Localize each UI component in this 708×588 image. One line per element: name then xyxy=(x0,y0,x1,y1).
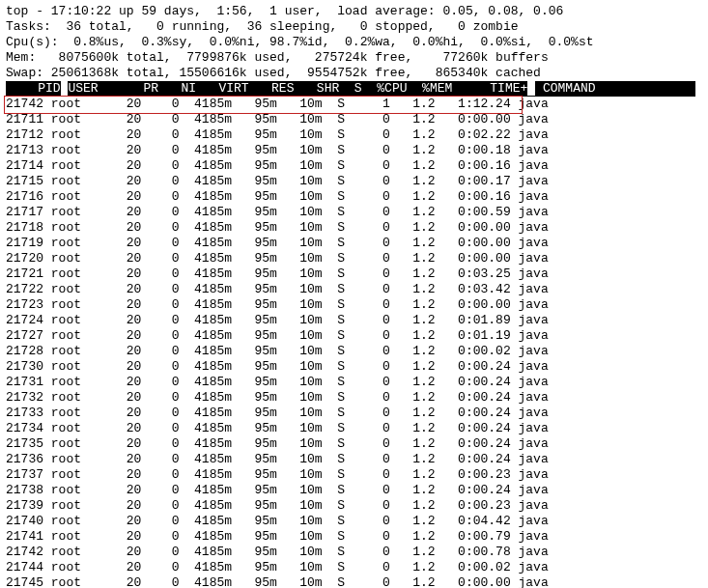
table-row: 21742 root 20 0 4185m 95m 10m S 1 1.2 1:… xyxy=(6,97,702,112)
table-row: 21736 root 20 0 4185m 95m 10m S 0 1.2 0:… xyxy=(6,452,702,467)
table-row: 21728 root 20 0 4185m 95m 10m S 0 1.2 0:… xyxy=(6,344,702,359)
table-row: 21712 root 20 0 4185m 95m 10m S 0 1.2 0:… xyxy=(6,127,702,143)
table-row: 21741 root 20 0 4185m 95m 10m S 0 1.2 0:… xyxy=(6,529,702,545)
table-row: 21717 root 20 0 4185m 95m 10m S 0 1.2 0:… xyxy=(6,205,702,220)
table-row: 21740 root 20 0 4185m 95m 10m S 0 1.2 0:… xyxy=(6,514,702,529)
table-row: 21735 root 20 0 4185m 95m 10m S 0 1.2 0:… xyxy=(6,436,702,452)
table-row: 21716 root 20 0 4185m 95m 10m S 0 1.2 0:… xyxy=(6,189,702,205)
table-row: 21737 root 20 0 4185m 95m 10m S 0 1.2 0:… xyxy=(6,467,702,483)
table-row: 21713 root 20 0 4185m 95m 10m S 0 1.2 0:… xyxy=(6,143,702,158)
table-row: 21723 root 20 0 4185m 95m 10m S 0 1.2 0:… xyxy=(6,297,702,313)
process-table: PID USER PR NI VIRT RES SHR S %CPU %MEM … xyxy=(6,81,702,588)
terminal-output: top - 17:10:22 up 59 days, 1:56, 1 user,… xyxy=(0,0,708,588)
top-summary: top - 17:10:22 up 59 days, 1:56, 1 user,… xyxy=(6,4,702,81)
table-row: 21739 root 20 0 4185m 95m 10m S 0 1.2 0:… xyxy=(6,498,702,514)
table-row: 21730 root 20 0 4185m 95m 10m S 0 1.2 0:… xyxy=(6,359,702,375)
table-row: 21732 root 20 0 4185m 95m 10m S 0 1.2 0:… xyxy=(6,390,702,406)
table-row: 21720 root 20 0 4185m 95m 10m S 0 1.2 0:… xyxy=(6,251,702,266)
summary-line-3: Cpu(s): 0.8%us, 0.3%sy, 0.0%ni, 98.7%id,… xyxy=(6,35,594,49)
table-row: 21731 root 20 0 4185m 95m 10m S 0 1.2 0:… xyxy=(6,375,702,390)
table-row: 21738 root 20 0 4185m 95m 10m S 0 1.2 0:… xyxy=(6,483,702,498)
table-row: 21724 root 20 0 4185m 95m 10m S 0 1.2 0:… xyxy=(6,313,702,328)
table-row: 21727 root 20 0 4185m 95m 10m S 0 1.2 0:… xyxy=(6,328,702,344)
table-row: 21742 root 20 0 4185m 95m 10m S 0 1.2 0:… xyxy=(6,545,702,560)
table-row: 21722 root 20 0 4185m 95m 10m S 0 1.2 0:… xyxy=(6,282,702,297)
table-row: 21718 root 20 0 4185m 95m 10m S 0 1.2 0:… xyxy=(6,220,702,236)
table-row: 21714 root 20 0 4185m 95m 10m S 0 1.2 0:… xyxy=(6,158,702,174)
table-row: 21744 root 20 0 4185m 95m 10m S 0 1.2 0:… xyxy=(6,560,702,575)
summary-line-2: Tasks: 36 total, 0 running, 36 sleeping,… xyxy=(6,19,519,34)
table-row: 21745 root 20 0 4185m 95m 10m S 0 1.2 0:… xyxy=(6,575,702,588)
table-row: 21711 root 20 0 4185m 95m 10m S 0 1.2 0:… xyxy=(6,112,702,127)
table-header: PID USER PR NI VIRT RES SHR S %CPU %MEM … xyxy=(6,81,695,97)
table-row: 21733 root 20 0 4185m 95m 10m S 0 1.2 0:… xyxy=(6,406,702,421)
table-row: 21721 root 20 0 4185m 95m 10m S 0 1.2 0:… xyxy=(6,266,702,282)
summary-line-5: Swap: 25061368k total, 15506616k used, 9… xyxy=(6,66,541,80)
table-row: 21734 root 20 0 4185m 95m 10m S 0 1.2 0:… xyxy=(6,421,702,436)
table-row: 21719 root 20 0 4185m 95m 10m S 0 1.2 0:… xyxy=(6,236,702,251)
summary-line-1: top - 17:10:22 up 59 days, 1:56, 1 user,… xyxy=(6,4,563,18)
summary-line-4: Mem: 8075600k total, 7799876k used, 2757… xyxy=(6,50,549,65)
table-row: 21715 root 20 0 4185m 95m 10m S 0 1.2 0:… xyxy=(6,174,702,189)
